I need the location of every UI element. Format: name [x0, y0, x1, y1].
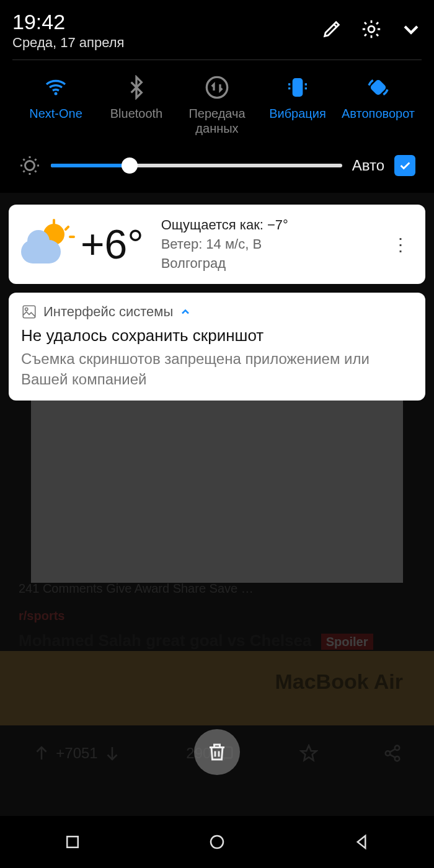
- svg-rect-7: [293, 79, 301, 96]
- qs-tile-autorotate[interactable]: Автоповорот: [341, 75, 415, 121]
- weather-wind: Ветер: 14 м/с, В: [161, 235, 382, 254]
- qs-header: 19:42 Среда, 17 апреля: [12, 0, 422, 51]
- qs-tile-label: Автоповорот: [342, 106, 415, 121]
- trash-icon: [206, 741, 228, 763]
- system-ui-icon: [21, 304, 37, 320]
- weather-icon: [21, 223, 71, 266]
- svg-point-13: [211, 836, 223, 848]
- svg-rect-8: [371, 80, 386, 95]
- svg-point-9: [25, 161, 35, 170]
- nav-recent-icon[interactable]: [63, 833, 82, 851]
- slider-thumb[interactable]: [122, 157, 138, 174]
- qs-tile-label: Передача данных: [180, 106, 254, 136]
- notification-app-name: Интерфейс системы: [43, 304, 173, 320]
- svg-point-11: [25, 308, 28, 311]
- qs-tile-bluetooth[interactable]: Bluetooth: [99, 75, 174, 121]
- svg-rect-10: [23, 306, 35, 319]
- notification-title: Не удалось сохранить скриншот: [21, 326, 413, 345]
- weather-city: Волгоград: [161, 254, 382, 273]
- gear-icon[interactable]: [361, 19, 382, 40]
- edit-icon[interactable]: [321, 19, 342, 40]
- weather-feels-like: Ощущается как: −7°: [161, 216, 382, 235]
- weather-temp: +6°: [81, 221, 144, 268]
- chevron-down-icon[interactable]: [401, 19, 422, 40]
- svg-point-4: [368, 26, 374, 32]
- nav-back-icon[interactable]: [352, 833, 371, 851]
- notification-body: Съемка скриншотов запрещена приложением …: [21, 349, 413, 389]
- brightness-slider[interactable]: [51, 164, 342, 167]
- brightness-row: Авто: [12, 142, 422, 193]
- weather-card[interactable]: +6° Ощущается как: −7° Ветер: 14 м/с, В …: [9, 205, 425, 284]
- svg-rect-12: [67, 836, 78, 848]
- notification-list: +6° Ощущается как: −7° Ветер: 14 м/с, В …: [9, 205, 425, 409]
- qs-tile-label: Next-One: [29, 106, 82, 121]
- status-date: Среда, 17 апреля: [12, 35, 321, 51]
- svg-point-6: [206, 77, 227, 97]
- status-time: 19:42: [12, 11, 321, 32]
- more-icon[interactable]: ⋮: [388, 241, 413, 248]
- notification-card[interactable]: Интерфейс системы Не удалось сохранить с…: [9, 293, 425, 401]
- navbar: [0, 816, 434, 868]
- auto-brightness-checkbox[interactable]: [394, 155, 415, 176]
- qs-tile-vibration[interactable]: Вибрация: [260, 75, 335, 121]
- qs-tile-data[interactable]: Передача данных: [180, 75, 254, 136]
- qs-tile-wifi[interactable]: Next-One: [19, 75, 93, 121]
- auto-brightness-label: Авто: [352, 157, 384, 174]
- qs-tile-label: Bluetooth: [110, 106, 163, 121]
- brightness-icon: [19, 154, 41, 177]
- quick-settings-panel: 19:42 Среда, 17 апреля Next-One Bluetoot…: [0, 0, 434, 193]
- svg-point-5: [55, 92, 58, 95]
- qs-tiles: Next-One Bluetooth Передача данных Вибра…: [12, 60, 422, 142]
- clear-all-button[interactable]: [194, 729, 240, 775]
- qs-clock[interactable]: 19:42 Среда, 17 апреля: [12, 11, 321, 51]
- nav-home-icon[interactable]: [208, 833, 226, 851]
- chevron-up-icon[interactable]: [179, 306, 192, 318]
- qs-tile-label: Вибрация: [269, 106, 326, 121]
